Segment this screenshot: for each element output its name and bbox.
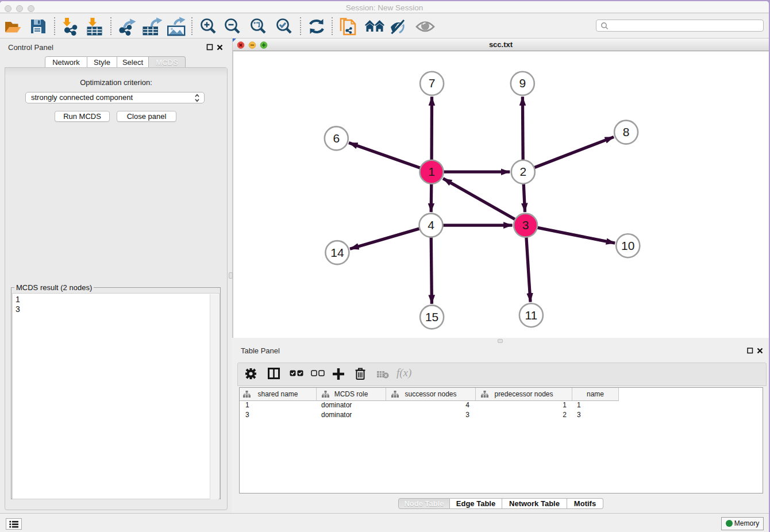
- svg-text:4: 4: [428, 218, 434, 232]
- svg-text:1: 1: [428, 165, 435, 178]
- svg-text:9: 9: [519, 76, 526, 90]
- svg-text:6: 6: [333, 132, 340, 145]
- svg-text:2: 2: [519, 165, 526, 178]
- svg-text:8: 8: [623, 125, 630, 138]
- svg-text:10: 10: [621, 239, 634, 252]
- svg-text:15: 15: [425, 310, 438, 323]
- svg-text:14: 14: [330, 246, 344, 259]
- svg-text:3: 3: [522, 218, 529, 232]
- svg-text:11: 11: [525, 309, 537, 322]
- svg-text:7: 7: [429, 76, 436, 90]
